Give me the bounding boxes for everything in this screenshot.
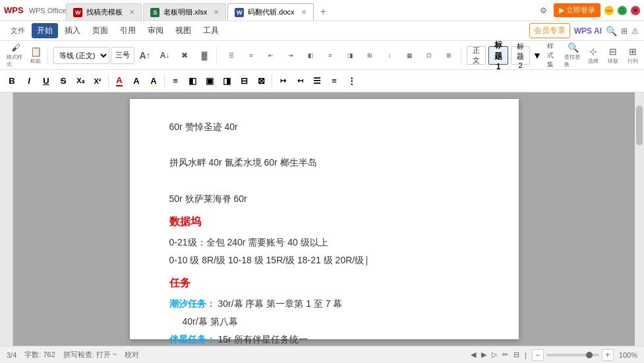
menu-start[interactable]: 开始 [32,23,58,38]
clear-format-button[interactable]: ✖ [175,46,194,65]
underline-button[interactable]: U [38,73,54,89]
bullet-list-button[interactable]: ☰ [222,46,241,65]
settings-icon[interactable]: ⚙ [537,5,550,16]
numbered-list-button[interactable]: ≡ [242,46,260,65]
numbered-list-button2[interactable]: ≡ [326,73,342,89]
list-button2[interactable]: ☰ [309,73,325,89]
align-right-button[interactable]: ◨ [341,46,359,65]
styles-dropdown-icon[interactable]: ▼ [533,50,542,61]
font-color-button[interactable]: A [111,73,127,89]
new-tab-button[interactable]: + [315,3,332,20]
decrease-font-button[interactable]: A↓ [156,46,174,65]
layout-label: 排版 [608,57,618,65]
layout-icon2[interactable]: ⊟ [513,350,519,359]
font-name-dropdown[interactable]: 等线 (正文) [54,48,109,63]
superscript-button[interactable]: X² [90,73,105,89]
menu-insert[interactable]: 插入 [59,23,86,38]
select-button[interactable]: ⊹ 选择 [584,46,602,65]
wps-logo: WPS [4,5,24,15]
align-center-button2[interactable]: ▣ [202,73,218,89]
zoom-percentage[interactable]: 100% [619,351,637,359]
line-spacing-button[interactable]: ↕ [380,46,399,65]
word-count[interactable]: 字数: 762 [24,350,55,360]
menu-reference[interactable]: 引用 [115,23,141,38]
tab-2[interactable]: S 老板明细.xlsx ✕ [143,3,226,20]
row-col-button[interactable]: ⊞ 行列 [624,46,642,65]
tab3-close[interactable]: ✕ [301,9,307,16]
distribute-button[interactable]: ⊠ [253,73,269,89]
find-replace-button[interactable]: 🔍 查找替换 [564,46,583,65]
menu-review[interactable]: 审阅 [142,23,169,38]
highlight-color-button[interactable]: A [129,73,144,89]
zoom-minus-button[interactable]: − [532,349,544,361]
wps-ai-button[interactable]: WPS AI [574,26,602,36]
login-label: 立即登录 [566,5,595,15]
font-name-selector[interactable]: 等线 (正文) [53,47,109,64]
tab-3[interactable]: W 码翻代斩.docx ✕ [227,3,313,20]
heading1-style-button[interactable]: 标题 1 [488,46,508,65]
maximize-button[interactable]: □ [618,6,627,15]
tab-1[interactable]: W 找稿壳模板 ✕ [66,3,142,20]
task-line-2: 40r/幕 第八幕 [169,314,479,330]
task-line-1: 潮汐任务： 30r/幕 序幕 第一章第 1 至 7 幕 [169,296,479,312]
zoom-plus-button[interactable]: + [602,349,614,361]
align-center-button[interactable]: ≡ [321,46,339,65]
italic-button[interactable]: I [21,73,37,89]
tab1-close[interactable]: ✕ [129,9,134,16]
strikethrough-button[interactable]: S [55,73,71,89]
align-left-button2[interactable]: ◧ [185,73,200,89]
menu-view[interactable]: 视图 [170,23,196,38]
paste-button[interactable]: 📋 粘贴 [26,46,45,65]
format-style-button[interactable]: 🖌 格式样式 [7,46,25,65]
expand-icon[interactable]: ⊞ [621,26,628,36]
document-scrollbar[interactable] [635,92,644,346]
font-bg-button[interactable]: A [146,73,161,89]
shading-button[interactable]: ▦ [400,46,419,65]
normal-style-button[interactable]: 正文 [467,46,486,65]
layout-button[interactable]: ⊟ 排版 [604,46,622,65]
bold-button[interactable]: B [4,73,20,89]
spell-check[interactable]: 拼写检查: 打开 ~ [63,350,117,360]
align-left-button[interactable]: ◧ [301,46,320,65]
tab2-close[interactable]: ✕ [214,9,219,16]
nav-forward-button[interactable]: ▷ [492,350,497,359]
increase-font-button[interactable]: A↑ [136,46,154,65]
scrollbar-thumb[interactable] [636,106,643,145]
outdent-button[interactable]: ↤ [292,73,308,89]
zoom-slider[interactable] [546,354,599,356]
edit-mode-icon[interactable]: ✏ [502,350,508,359]
indent-level-button[interactable]: ↦ [275,73,291,89]
menu-file[interactable]: 文件 [5,24,30,38]
member-button[interactable]: 会员专享 [529,23,570,38]
highlight-button[interactable]: ▓ [195,46,214,65]
align-right-button2[interactable]: ◨ [219,73,235,89]
minimize-button[interactable]: — [604,6,614,15]
border-button[interactable]: ⊡ [420,46,438,65]
styles-collection-button[interactable]: 样式集 [544,46,556,65]
proofreading[interactable]: 校对 [125,350,139,360]
heading2-style-button[interactable]: 标题 2 [511,46,530,65]
more-options-button[interactable]: ⋮ [343,73,359,89]
indent-decrease-button[interactable]: ⇤ [262,46,280,65]
doc-line-3: 拼风水畔 40r 氤柔水境 60r 榔生半岛 [169,154,479,171]
document-scroll-area[interactable]: 60r 赞悼圣迹 40r 拼风水畔 40r 氤柔水境 60r 榔生半岛 50r … [13,92,635,346]
warning-icon[interactable]: ⚠ [631,26,639,36]
close-button[interactable]: ✕ [631,6,640,15]
nav-play-button[interactable]: ▶ [481,350,486,359]
nav-prev-button[interactable]: ◀ [471,350,476,359]
menu-tools[interactable]: 工具 [198,23,224,38]
font-size-input[interactable] [111,47,134,64]
text-cursor [366,256,367,265]
justify-button2[interactable]: ⊟ [236,73,252,89]
justify-button[interactable]: ⊞ [361,46,379,65]
toolbar-row2: B I U S X₂ X² A A A ≡ ◧ ▣ ◨ ⊟ ⊠ ↦ ↤ ☰ ≡ … [0,70,644,92]
login-button[interactable]: ▶ 立即登录 [554,3,600,17]
shading-icon: ▦ [407,52,413,59]
table-button[interactable]: ⊞ [440,46,458,65]
paragraph-spacing-button[interactable]: ≡ [167,73,183,89]
indent-increase-button[interactable]: ⇥ [281,46,300,65]
menu-page[interactable]: 页面 [87,23,113,38]
tab2-icon: S [150,8,160,17]
search-icon[interactable]: 🔍 [606,26,617,36]
subscript-button[interactable]: X₂ [73,73,88,89]
